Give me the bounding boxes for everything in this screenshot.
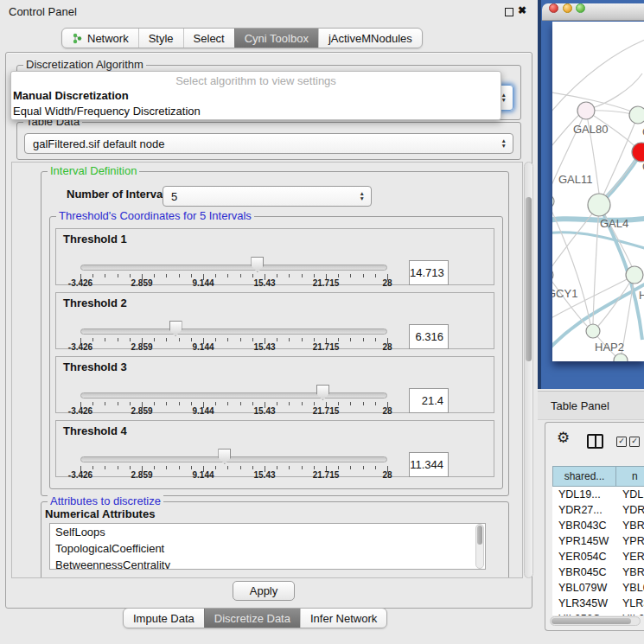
column-header-name[interactable]: n — [616, 466, 644, 487]
numerical-attributes-label: Numerical Attributes — [45, 507, 155, 520]
tab-label: Impute Data — [133, 612, 194, 625]
table-row[interactable]: YBR043CYBR0 — [552, 518, 644, 533]
table-cell: YPR1 — [616, 533, 644, 549]
table-row[interactable]: YDR27...YDR2 — [552, 502, 644, 518]
attributes-list-scrollbar[interactable] — [475, 524, 484, 569]
table-row[interactable]: YIL052CYIL0 — [552, 611, 644, 615]
table-data-combo[interactable]: galFiltered.sif default node ▲▼ — [24, 133, 513, 154]
checkbox-icon[interactable]: ✓ — [629, 437, 640, 447]
algorithm-option[interactable]: Manual Discretization — [11, 88, 501, 104]
attribute-list-item[interactable]: BetweennessCentrality — [50, 557, 485, 570]
zoom-traffic-light[interactable] — [576, 3, 585, 13]
tab-jactivemnodules[interactable]: jActiveMNodules — [318, 29, 422, 48]
network-node-h[interactable] — [626, 266, 643, 284]
tab-cyni-toolbox[interactable]: Cyni Toolbox — [234, 29, 318, 48]
tab-select[interactable]: Select — [183, 29, 234, 48]
slider-track[interactable] — [80, 328, 387, 335]
gear-icon[interactable]: ⚙ — [557, 430, 570, 445]
network-node-gal4[interactable] — [588, 194, 610, 216]
close-icon[interactable]: ✖ — [518, 4, 526, 16]
network-edge[interactable] — [552, 205, 599, 271]
slider-track[interactable] — [80, 392, 387, 399]
num-intervals-spinner[interactable]: 5 ▲▼ — [163, 186, 372, 207]
network-node-gal80[interactable] — [577, 102, 595, 119]
slider-tick-label: 2.859 — [131, 278, 152, 288]
table-data-group: Table Data galFiltered.sif default node … — [16, 122, 521, 160]
slider-tick-label: -3.426 — [68, 406, 92, 416]
slider-track[interactable] — [80, 456, 387, 462]
column-header-shared-name[interactable]: shared... — [552, 466, 616, 487]
tab-infer-network[interactable]: Infer Network — [300, 609, 386, 628]
slider-track[interactable] — [80, 265, 387, 271]
tab-discretize-data[interactable]: Discretize Data — [204, 609, 300, 628]
table-row[interactable]: YBR045CYBR0 — [552, 564, 644, 580]
slider-tick-label: 21.715 — [313, 342, 340, 352]
network-edge[interactable] — [592, 73, 642, 108]
slider-tick — [338, 274, 339, 277]
slider-tick — [252, 402, 253, 405]
network-node-g[interactable] — [629, 106, 644, 124]
columns-icon[interactable] — [587, 434, 603, 449]
table-row[interactable]: YBL079WYBL0 — [552, 580, 644, 596]
screen: Control Panel ✖ NetworkStyleSelectCyni T… — [0, 0, 644, 644]
table-row[interactable]: YPR145WYPR1 — [552, 533, 644, 549]
slider-tick — [314, 274, 315, 277]
table-horizontal-scrollbar[interactable] — [550, 616, 641, 626]
slider-tick-label: 15.43 — [253, 406, 275, 416]
table-hscrollbar-thumb[interactable] — [552, 618, 631, 624]
panel-scrollbar[interactable] — [524, 162, 533, 578]
network-node-label: GCY1 — [552, 287, 577, 300]
slider-tick-label: 15.43 — [253, 278, 275, 288]
network-edge[interactable] — [552, 275, 587, 326]
table-row[interactable]: YLR345WYLR3 — [552, 596, 644, 611]
table-row[interactable]: YDL19...YDL1 — [552, 487, 644, 502]
close-traffic-light[interactable] — [549, 3, 558, 13]
slider-tick-label: 15.43 — [253, 470, 275, 480]
apply-button[interactable]: Apply — [233, 581, 295, 601]
table-cell: YLR345W — [552, 596, 616, 611]
threshold-value-field[interactable]: 21.4 — [409, 388, 449, 413]
algorithm-option[interactable]: Equal Width/Frequency Discretization — [11, 104, 501, 119]
slider-tick — [302, 274, 303, 277]
network-node-hap2[interactable] — [586, 324, 600, 338]
slider-tick — [154, 466, 155, 469]
network-canvas[interactable]: GAL80GCGAL11GAL4GCY1HHAP2 — [552, 22, 644, 361]
tab-style[interactable]: Style — [138, 29, 183, 48]
table-cell: YIL052C — [552, 611, 616, 615]
checkbox-icon[interactable]: ✓ — [616, 437, 627, 447]
table-cell: YER0 — [616, 549, 644, 564]
slider-tick — [314, 402, 315, 405]
float-window-icon[interactable] — [505, 8, 513, 16]
minimize-traffic-light[interactable] — [563, 3, 572, 13]
attribute-list-item[interactable]: SelfLoops — [50, 524, 485, 540]
table-row[interactable]: YER054CYER0 — [552, 549, 644, 564]
network-edge[interactable] — [593, 205, 599, 324]
threshold-value-field[interactable]: 11.344 — [409, 452, 449, 477]
slider-tick — [314, 338, 315, 341]
attribute-list-item[interactable]: TopologicalCoefficient — [50, 540, 485, 557]
slider-tick — [240, 338, 241, 341]
network-edge-thick[interactable] — [552, 233, 644, 252]
panel-scrollbar-thumb[interactable] — [526, 197, 532, 361]
slider-tick — [179, 274, 180, 277]
slider-tick-label: 9.144 — [192, 278, 214, 288]
network-node-gcy1[interactable] — [552, 269, 553, 281]
slider-tick — [277, 466, 277, 469]
tab-network[interactable]: Network — [62, 29, 138, 48]
network-node[interactable] — [614, 354, 628, 361]
tab-impute-data[interactable]: Impute Data — [124, 609, 204, 628]
threshold-value-field[interactable]: 6.316 — [409, 324, 449, 349]
network-node-label: GAL11 — [558, 173, 593, 186]
slider-tick — [350, 466, 351, 469]
slider-tick — [118, 466, 118, 469]
slider-tick — [277, 402, 277, 405]
table-cell: YBR043C — [552, 518, 616, 533]
table-cell: YBR0 — [616, 564, 644, 580]
combo-arrows-icon: ▲▼ — [501, 92, 507, 103]
slider-tick — [289, 402, 290, 405]
threshold-value-field[interactable]: 14.713 — [409, 260, 449, 285]
network-icon — [72, 33, 83, 44]
network-node-gal11[interactable] — [552, 194, 554, 208]
slider-tick — [215, 274, 216, 277]
tab-label: Network — [87, 32, 129, 45]
